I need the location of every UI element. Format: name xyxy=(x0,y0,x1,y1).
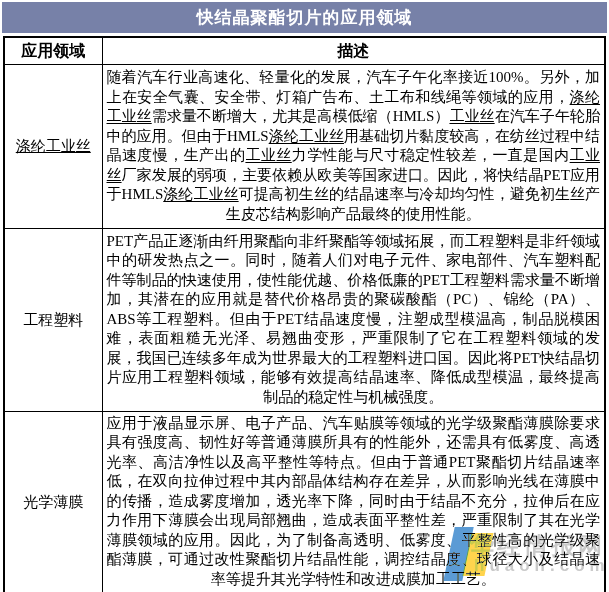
field-cell: 工程塑料 xyxy=(4,229,102,412)
description-cell: 应用于液晶显示屏、电子产品、汽车贴膜等领域的光学级聚酯薄膜除要求具有强度高、韧性… xyxy=(102,412,605,592)
field-cell: 涤纶工业丝 xyxy=(4,65,102,229)
table-row: 光学薄膜应用于液晶显示屏、电子产品、汽车贴膜等领域的光学级聚酯薄膜除要求具有强度… xyxy=(4,412,605,592)
field-cell: 光学薄膜 xyxy=(4,412,102,592)
application-table: 应用领域 描述 涤纶工业丝随着汽车行业高速化、轻量化的发展，汽车子午化率接近10… xyxy=(3,36,606,592)
col-header-field: 应用领域 xyxy=(4,37,102,65)
page: 快结晶聚酯切片的应用领域 应用领域 描述 涤纶工业丝随着汽车行业高速化、轻量化的… xyxy=(0,0,609,592)
page-title: 快结晶聚酯切片的应用领域 xyxy=(2,2,607,33)
header-row: 应用领域 描述 xyxy=(4,37,605,65)
description-cell: 随着汽车行业高速化、轻量化的发展，汽车子午化率接近100%。另外，加上在安全气囊… xyxy=(102,65,605,229)
table-row: 工程塑料PET产品正逐渐由纤用聚酯向非纤聚酯等领域拓展，而工程塑料是非纤领域中的… xyxy=(4,229,605,412)
description-cell: PET产品正逐渐由纤用聚酯向非纤聚酯等领域拓展，而工程塑料是非纤领域中的研发热点… xyxy=(102,229,605,412)
col-header-description: 描述 xyxy=(102,37,605,65)
table-row: 涤纶工业丝随着汽车行业高速化、轻量化的发展，汽车子午化率接近100%。另外，加上… xyxy=(4,65,605,229)
table-body: 涤纶工业丝随着汽车行业高速化、轻量化的发展，汽车子午化率接近100%。另外，加上… xyxy=(4,65,605,592)
